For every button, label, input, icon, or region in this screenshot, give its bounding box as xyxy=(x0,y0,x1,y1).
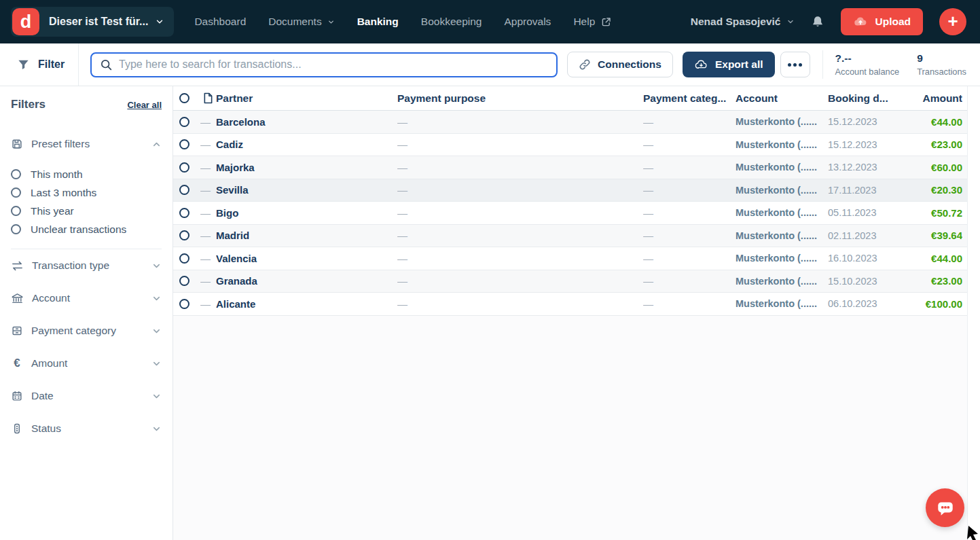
row-payment-category: — xyxy=(643,207,736,219)
filter-section-date[interactable]: Date xyxy=(11,380,162,412)
radio-button[interactable] xyxy=(11,169,21,179)
row-select-radio[interactable] xyxy=(179,139,189,149)
row-booking-date: 15.10.2023 xyxy=(828,276,894,287)
filter-section-payment-category[interactable]: Payment category xyxy=(11,314,162,347)
table-row[interactable]: — Majorka — — Musterkonto (...... 13.12.… xyxy=(173,156,967,179)
support-chat-button[interactable] xyxy=(926,488,964,527)
nav-bookkeeping[interactable]: Bookkeeping xyxy=(421,16,482,28)
row-select-radio[interactable] xyxy=(179,253,189,264)
row-select-radio[interactable] xyxy=(179,185,189,195)
clear-all-link[interactable]: Clear all xyxy=(127,100,162,110)
row-amount: €60.00 xyxy=(894,162,962,173)
row-amount: €50.72 xyxy=(894,207,962,219)
company-selector[interactable]: d Dieser ist Test für... xyxy=(11,7,174,37)
row-partner[interactable]: Bigo xyxy=(216,207,397,219)
nav-approvals[interactable]: Approvals xyxy=(504,16,551,28)
filter-section-amount[interactable]: € Amount xyxy=(11,347,162,380)
table-row[interactable]: — Barcelona — — Musterkonto (...... 15.1… xyxy=(173,111,967,134)
row-partner[interactable]: Alicante xyxy=(216,298,397,310)
top-navbar: d Dieser ist Test für... Dashboard Docum… xyxy=(0,0,980,43)
upload-label: Upload xyxy=(875,16,911,28)
filter-section-transaction-type[interactable]: Transaction type xyxy=(11,249,162,282)
table-row[interactable]: — Alicante — — Musterkonto (...... 06.10… xyxy=(173,293,967,316)
row-amount: €100.00 xyxy=(894,298,962,310)
row-account: Musterkonto (...... xyxy=(736,207,828,218)
row-partner[interactable]: Majorka xyxy=(216,162,397,173)
preset-filter-option[interactable]: Last 3 months xyxy=(11,183,162,202)
euro-icon: € xyxy=(11,357,23,370)
row-payment-category: — xyxy=(643,275,736,287)
notifications-bell-icon[interactable] xyxy=(811,15,824,29)
column-header-booking-date[interactable]: Booking d... xyxy=(828,92,894,105)
table-row[interactable]: — Granada — — Musterkonto (...... 15.10.… xyxy=(173,270,967,293)
filter-section-account[interactable]: Account xyxy=(11,282,162,314)
traffic-light-icon xyxy=(11,422,23,435)
row-partner[interactable]: Barcelona xyxy=(216,116,397,128)
row-payment-category: — xyxy=(643,139,736,150)
preset-filter-option[interactable]: This month xyxy=(11,165,162,183)
radio-button[interactable] xyxy=(11,206,21,216)
user-menu[interactable]: Nenad Spasojević xyxy=(691,16,795,28)
add-new-button[interactable]: + xyxy=(939,8,966,35)
banking-toolbar: Filter Connections Export all xyxy=(0,43,980,86)
nav-help[interactable]: Help xyxy=(573,16,612,28)
row-select-radio[interactable] xyxy=(179,117,189,127)
table-row[interactable]: — Bigo — — Musterkonto (...... 05.11.202… xyxy=(173,202,967,225)
search-input[interactable] xyxy=(119,58,548,71)
table-row[interactable]: — Madrid — — Musterkonto (...... 02.11.2… xyxy=(173,225,967,248)
row-partner[interactable]: Madrid xyxy=(216,230,397,241)
radio-button[interactable] xyxy=(11,187,21,198)
row-account: Musterkonto (...... xyxy=(736,162,828,173)
row-partner[interactable]: Granada xyxy=(216,275,397,287)
preset-filter-option[interactable]: Unclear transactions xyxy=(11,220,162,238)
row-select-radio[interactable] xyxy=(179,208,189,218)
table-row[interactable]: — Valencia — — Musterkonto (...... 16.10… xyxy=(173,247,967,270)
row-account: Musterkonto (...... xyxy=(736,116,828,127)
row-select-radio[interactable] xyxy=(179,162,189,173)
filter-section-status[interactable]: Status xyxy=(11,412,162,445)
row-payment-category: — xyxy=(643,184,736,196)
filters-title: Filters xyxy=(11,98,46,111)
row-select-radio[interactable] xyxy=(179,299,189,309)
filter-button[interactable]: Filter xyxy=(0,43,79,86)
transactions-count-value: 9 xyxy=(917,52,966,65)
table-row[interactable]: — Cadiz — — Musterkonto (...... 15.12.20… xyxy=(173,134,967,157)
row-partner[interactable]: Cadiz xyxy=(216,139,397,150)
row-document-status: — xyxy=(200,253,216,264)
row-account: Musterkonto (...... xyxy=(736,298,828,309)
nav-banking[interactable]: Banking xyxy=(357,16,399,28)
column-header-payment-purpose[interactable]: Payment purpose xyxy=(397,92,643,105)
row-select-radio[interactable] xyxy=(179,230,189,240)
cloud-upload-icon xyxy=(853,14,868,29)
column-header-account[interactable]: Account xyxy=(736,92,828,105)
row-partner[interactable]: Sevilla xyxy=(216,184,397,196)
row-document-status: — xyxy=(200,275,216,287)
nav-documents[interactable]: Documents xyxy=(268,16,334,28)
row-payment-purpose: — xyxy=(397,253,643,264)
row-select-radio[interactable] xyxy=(179,276,189,286)
column-header-payment-category[interactable]: Payment categ... xyxy=(643,92,736,105)
column-header-partner[interactable]: Partner xyxy=(216,92,397,105)
upload-button[interactable]: Upload xyxy=(841,8,923,35)
section-label: Account xyxy=(32,292,143,304)
column-header-amount[interactable]: Amount xyxy=(894,92,962,105)
nav-dashboard[interactable]: Dashboard xyxy=(194,16,246,28)
preset-filter-option[interactable]: This year xyxy=(11,202,162,220)
table-row[interactable]: — Sevilla — — Musterkonto (...... 17.11.… xyxy=(173,179,967,202)
radio-button[interactable] xyxy=(11,224,21,234)
chevron-down-icon xyxy=(151,261,162,271)
preset-filters-header[interactable]: Preset filters xyxy=(11,138,162,150)
row-partner[interactable]: Valencia xyxy=(216,253,397,264)
connections-button[interactable]: Connections xyxy=(567,52,673,77)
preset-filter-option-label: Unclear transactions xyxy=(31,223,126,236)
funnel-icon xyxy=(17,58,30,71)
row-payment-purpose: — xyxy=(397,184,643,196)
more-options-button[interactable] xyxy=(780,52,810,77)
export-all-button[interactable]: Export all xyxy=(683,52,775,77)
row-payment-category: — xyxy=(643,298,736,310)
scrollbar-gutter[interactable] xyxy=(967,86,980,540)
connections-label: Connections xyxy=(598,58,661,71)
transactions-search[interactable] xyxy=(90,52,558,77)
select-all-radio[interactable] xyxy=(179,93,189,103)
account-balance-label: Account balance xyxy=(835,67,900,77)
